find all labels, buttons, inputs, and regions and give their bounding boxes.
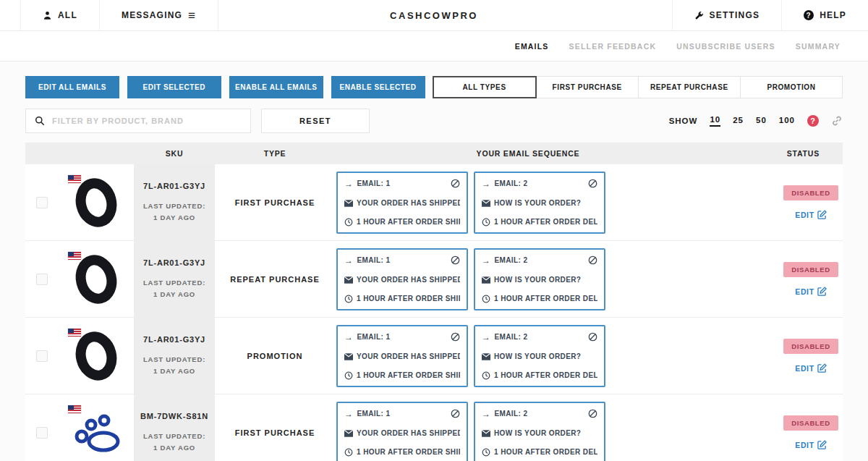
link-icon[interactable] xyxy=(831,115,843,127)
edit-label: EDIT xyxy=(795,287,814,296)
email-card-2[interactable]: →EMAIL: 2 HOW IS YOUR ORDER? 1 HOUR AFTE… xyxy=(474,248,605,310)
edit-selected-button[interactable]: EDIT SELECTED xyxy=(127,76,221,98)
enable-all-emails-button[interactable]: ENABLE ALL EMAILS xyxy=(229,76,323,98)
email-card-2[interactable]: →EMAIL: 2 HOW IS YOUR ORDER? 1 HOUR AFTE… xyxy=(474,325,605,387)
show-option-25[interactable]: 25 xyxy=(733,116,744,126)
edit-icon xyxy=(817,363,827,373)
clock-icon xyxy=(482,295,490,303)
show-option-10[interactable]: 10 xyxy=(710,115,720,127)
show-option-50[interactable]: 50 xyxy=(756,116,767,126)
show-label: SHOW xyxy=(669,117,698,125)
tab-summary[interactable]: SUMMARY xyxy=(796,42,841,51)
type-filter-tabs: ALL TYPES FIRST PURCHASE REPEAT PURCHASE… xyxy=(433,76,843,98)
edit-link[interactable]: EDIT xyxy=(783,363,838,373)
us-flag-icon xyxy=(68,405,81,413)
edit-all-emails-button[interactable]: EDIT ALL EMAILS xyxy=(25,76,119,98)
top-nav: ALL MESSAGING ≡ CASHCOWPRO SETTINGS ? HE… xyxy=(0,0,868,31)
actions-row: EDIT ALL EMAILS EDIT SELECTED ENABLE ALL… xyxy=(25,62,843,98)
edit-link[interactable]: EDIT xyxy=(783,210,838,219)
last-updated-label: LAST UPDATED: xyxy=(143,355,205,363)
sku-cell: 7L-AR01-G3YJ LAST UPDATED:1 DAY AGO xyxy=(134,241,215,317)
nav-help[interactable]: ? HELP xyxy=(781,0,868,30)
email-card-1[interactable]: →EMAIL: 1 YOUR ORDER HAS SHIPPED... 1 HO… xyxy=(336,325,468,387)
filter-row: RESET SHOW 10 25 50 100 ? xyxy=(25,109,843,133)
nav-messaging[interactable]: MESSAGING ≡ xyxy=(100,0,218,30)
email-card-title: EMAIL: 1 xyxy=(357,333,390,341)
disabled-ban-icon xyxy=(588,332,597,342)
type-tab-first-purchase[interactable]: FIRST PURCHASE xyxy=(536,76,639,98)
envelope-icon xyxy=(482,430,490,437)
tab-emails[interactable]: EMAILS xyxy=(515,42,549,51)
hamburger-icon: ≡ xyxy=(188,9,196,22)
product-image-ring xyxy=(67,324,126,388)
row-checkbox[interactable] xyxy=(36,350,48,362)
row-checkbox[interactable] xyxy=(36,274,48,285)
email-subject: YOUR ORDER HAS SHIPPED... xyxy=(357,429,460,437)
envelope-icon xyxy=(344,200,353,207)
wrench-icon xyxy=(694,11,704,20)
edit-label: EDIT xyxy=(795,441,814,449)
help-icon: ? xyxy=(804,10,814,20)
row-checkbox[interactable] xyxy=(36,427,48,439)
reset-button[interactable]: RESET xyxy=(261,109,370,133)
nav-all-label: ALL xyxy=(58,10,77,20)
envelope-icon xyxy=(482,353,490,360)
nav-help-label: HELP xyxy=(820,10,846,20)
disabled-ban-icon xyxy=(588,409,597,418)
edit-link[interactable]: EDIT xyxy=(783,287,838,296)
email-card-1[interactable]: →EMAIL: 1 YOUR ORDER HAS SHIPPED... 1 HO… xyxy=(336,402,468,461)
type-tab-all-types[interactable]: ALL TYPES xyxy=(433,76,537,98)
envelope-icon xyxy=(482,276,490,284)
nav-settings[interactable]: SETTINGS xyxy=(672,0,782,30)
email-subject: YOUR ORDER HAS SHIPPED... xyxy=(357,199,460,207)
row-checkbox[interactable] xyxy=(36,197,48,208)
email-timing: 1 HOUR AFTER ORDER DELIVERED xyxy=(494,371,597,379)
arrow-icon: → xyxy=(344,255,353,266)
show-option-100[interactable]: 100 xyxy=(779,116,795,126)
secondary-nav: EMAILS SELLER FEEDBACK UNSUBSCRIBE USERS… xyxy=(0,31,868,62)
search-box xyxy=(25,109,251,133)
envelope-icon xyxy=(344,430,353,437)
arrow-icon: → xyxy=(344,179,353,189)
disabled-ban-icon xyxy=(451,255,460,265)
tab-unsubscribe-users[interactable]: UNSUBSCRIBE USERS xyxy=(676,42,775,51)
type-tab-promotion[interactable]: PROMOTION xyxy=(740,76,843,98)
last-updated-label: LAST UPDATED: xyxy=(143,432,205,440)
email-subject: HOW IS YOUR ORDER? xyxy=(494,276,581,284)
table-row: BM-7DWK-S81N LAST UPDATED:1 DAY AGO FIRS… xyxy=(25,394,843,461)
email-subject: YOUR ORDER HAS SHIPPED... xyxy=(357,352,460,360)
email-card-title: EMAIL: 2 xyxy=(494,256,527,264)
email-type: FIRST PURCHASE xyxy=(215,164,335,240)
header-type: TYPE xyxy=(215,149,335,158)
clock-icon xyxy=(482,371,490,380)
last-updated-value: 1 DAY AGO xyxy=(153,367,195,375)
status-badge: DISABLED xyxy=(783,262,838,277)
clock-icon xyxy=(482,448,490,457)
email-card-title: EMAIL: 1 xyxy=(357,179,390,187)
edit-icon xyxy=(817,440,827,449)
nav-messaging-label: MESSAGING xyxy=(122,10,182,20)
clock-icon xyxy=(344,371,353,380)
us-flag-icon xyxy=(68,252,81,260)
enable-selected-button[interactable]: ENABLE SELECTED xyxy=(331,76,425,98)
email-card-title: EMAIL: 2 xyxy=(494,179,527,187)
edit-icon xyxy=(817,210,827,219)
tab-seller-feedback[interactable]: SELLER FEEDBACK xyxy=(569,42,657,51)
header-status: STATUS xyxy=(721,149,843,158)
envelope-icon xyxy=(482,200,490,207)
edit-link[interactable]: EDIT xyxy=(783,440,838,449)
nav-settings-label: SETTINGS xyxy=(710,10,760,20)
email-card-1[interactable]: →EMAIL: 1 YOUR ORDER HAS SHIPPED... 1 HO… xyxy=(336,172,468,234)
product-image-ring xyxy=(67,171,126,234)
email-card-2[interactable]: →EMAIL: 2 HOW IS YOUR ORDER? 1 HOUR AFTE… xyxy=(474,172,605,234)
type-tab-repeat-purchase[interactable]: REPEAT PURCHASE xyxy=(638,76,741,98)
sku-code: BM-7DWK-S81N xyxy=(140,412,208,420)
help-badge-icon[interactable]: ? xyxy=(807,115,819,127)
edit-icon xyxy=(817,287,827,296)
filter-input[interactable] xyxy=(52,117,242,125)
email-card-title: EMAIL: 2 xyxy=(494,410,527,418)
email-card-1[interactable]: →EMAIL: 1 YOUR ORDER HAS SHIPPED... 1 HO… xyxy=(336,248,468,310)
nav-all[interactable]: ALL xyxy=(20,0,100,30)
disabled-ban-icon xyxy=(451,179,460,188)
email-card-2[interactable]: →EMAIL: 2 HOW IS YOUR ORDER? 1 HOUR AFTE… xyxy=(474,402,605,461)
